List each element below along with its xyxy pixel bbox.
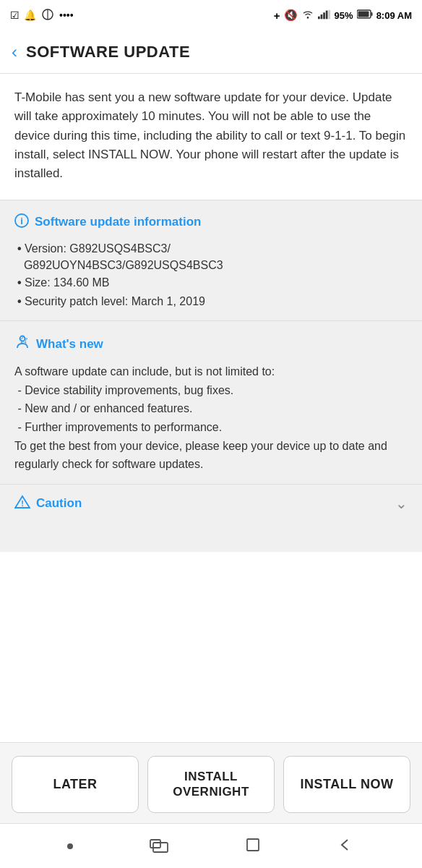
info-circle-icon: i bbox=[14, 213, 29, 231]
software-info-item-version: Version: G892USQS4BSC3/ G892UOYN4BSC3/G8… bbox=[14, 240, 408, 273]
software-info-item-patch: Security patch level: March 1, 2019 bbox=[14, 292, 408, 311]
content-spacer bbox=[0, 523, 422, 552]
caution-left: ! Caution bbox=[14, 495, 82, 513]
svg-rect-9 bbox=[358, 12, 369, 17]
status-right-icons: + 🔇 95% bbox=[274, 9, 412, 22]
software-info-label: Software update information bbox=[35, 215, 201, 229]
whats-new-section: What's new A software update can include… bbox=[0, 320, 422, 484]
software-info-list: Version: G892USQS4BSC3/ G892UOYN4BSC3/G8… bbox=[14, 240, 408, 311]
svg-rect-5 bbox=[323, 12, 325, 19]
svg-rect-16 bbox=[150, 840, 160, 848]
install-overnight-button[interactable]: INSTALLOVERNIGHT bbox=[147, 756, 275, 813]
wifi-icon bbox=[301, 9, 314, 22]
star-person-icon bbox=[14, 334, 30, 354]
back-button[interactable]: ‹ bbox=[12, 43, 17, 61]
caution-section[interactable]: ! Caution ⌄ bbox=[0, 484, 422, 523]
description-text: T-Mobile has sent you a new software upd… bbox=[14, 88, 408, 184]
battery-percent: 95% bbox=[335, 10, 353, 21]
svg-rect-18 bbox=[247, 839, 259, 851]
description-block: T-Mobile has sent you a new software upd… bbox=[0, 74, 422, 200]
checkbox-icon: ☑ bbox=[10, 9, 20, 21]
mute-icon: 🔇 bbox=[284, 9, 298, 22]
wifi-circle-icon bbox=[40, 9, 55, 22]
software-info-title: i Software update information bbox=[14, 213, 408, 231]
bell-icon: 🔔 bbox=[24, 9, 36, 21]
header: ‹ SOFTWARE UPDATE bbox=[0, 30, 422, 74]
svg-text:!: ! bbox=[21, 499, 24, 508]
nav-back-icon[interactable] bbox=[337, 837, 355, 856]
signal-icon bbox=[318, 9, 331, 22]
status-left-icons: ☑ 🔔 •••• bbox=[10, 9, 74, 22]
whats-new-title: What's new bbox=[14, 334, 408, 354]
page-title: SOFTWARE UPDATE bbox=[26, 43, 190, 61]
svg-rect-3 bbox=[318, 16, 320, 19]
svg-point-2 bbox=[306, 17, 309, 19]
battery-icon bbox=[357, 9, 373, 21]
caution-triangle-icon: ! bbox=[14, 495, 30, 513]
svg-text:i: i bbox=[20, 216, 23, 226]
caution-label: Caution bbox=[36, 496, 82, 511]
nav-dot bbox=[67, 843, 73, 849]
software-info-item-size: Size: 134.60 MB bbox=[14, 273, 408, 292]
svg-rect-4 bbox=[320, 14, 322, 19]
nav-bar bbox=[0, 823, 422, 868]
nav-recent-icon[interactable] bbox=[150, 837, 168, 856]
dots-icon: •••• bbox=[59, 9, 74, 21]
later-button[interactable]: LATER bbox=[12, 756, 139, 813]
main-content: T-Mobile has sent you a new software upd… bbox=[0, 74, 422, 742]
nav-home-icon[interactable] bbox=[245, 837, 261, 856]
svg-rect-10 bbox=[371, 12, 372, 16]
whats-new-label: What's new bbox=[36, 337, 103, 352]
install-overnight-label: INSTALLOVERNIGHT bbox=[173, 770, 249, 799]
whats-new-text: A software update can include, but is no… bbox=[14, 362, 408, 474]
software-info-section: i Software update information Version: G… bbox=[0, 200, 422, 321]
status-bar: ☑ 🔔 •••• + 🔇 95% bbox=[0, 0, 422, 30]
info-sections: i Software update information Version: G… bbox=[0, 200, 422, 523]
install-now-button[interactable]: INSTALL NOW bbox=[283, 756, 410, 813]
svg-rect-6 bbox=[325, 10, 327, 19]
button-row: LATER INSTALLOVERNIGHT INSTALL NOW bbox=[0, 742, 422, 823]
chevron-down-icon: ⌄ bbox=[395, 495, 408, 512]
svg-rect-7 bbox=[328, 9, 330, 19]
bluetooth-icon: + bbox=[274, 9, 280, 22]
time-display: 8:09 AM bbox=[376, 10, 412, 21]
